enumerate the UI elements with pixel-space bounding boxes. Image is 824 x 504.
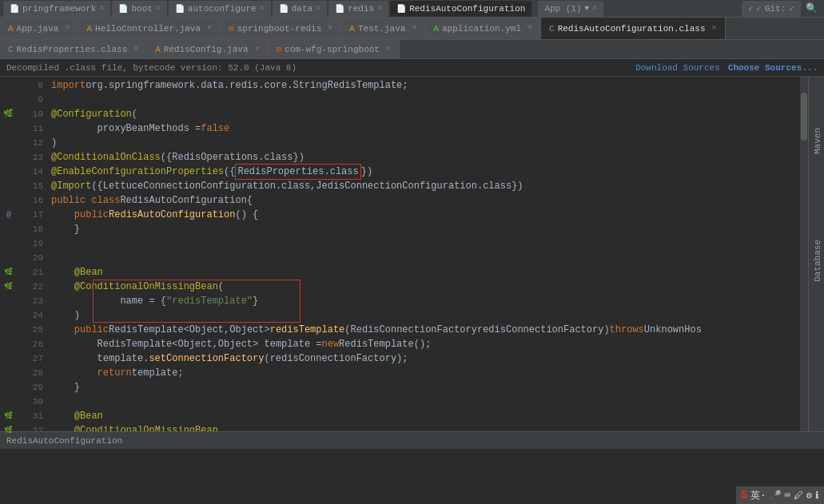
- code-line-25: public RedisTemplate<Object, Object> red…: [48, 323, 800, 337]
- gutter-icon-30: [0, 395, 16, 409]
- gutter-icon-16: [0, 193, 16, 208]
- ime-mic-icon[interactable]: 🎤: [770, 490, 782, 502]
- code-line-22: @ConditionalOnMissingBean(: [48, 280, 800, 294]
- top-file-tabs: 📄 pringframework × 📄 boot × 📄 autoconfig…: [0, 0, 824, 18]
- gutter-icon-27: [0, 351, 16, 366]
- code-line-8: import org.springframework.data.redis.co…: [48, 78, 800, 93]
- editor-area: 🌿 @ 🌿 🌿 🌿 🌿: [0, 77, 824, 431]
- gutter-icon-32: 🌿: [0, 423, 16, 438]
- editor-tab-testjava[interactable]: A Test.java ×: [341, 18, 425, 40]
- gutter-icon-19: [0, 236, 16, 251]
- right-side-panel: Maven Database: [808, 77, 824, 431]
- code-line-24: ): [48, 308, 800, 323]
- editor-tab-appjava[interactable]: A App.java ×: [0, 18, 78, 40]
- code-line-13: @ConditionalOnClass({RedisOperations.cla…: [48, 150, 800, 165]
- ime-toolbar: S 英· 🎤 ⌨ 🖊 ⚙ ℹ: [736, 486, 824, 504]
- tab-comwfg[interactable]: m com-wfg-springboot ×: [269, 40, 400, 59]
- ime-s-icon: S: [741, 489, 747, 502]
- search-icon[interactable]: 🔍: [806, 2, 818, 14]
- editor-tabs: A App.java × A HelloController.java × m …: [0, 18, 824, 40]
- database-panel-label[interactable]: Database: [811, 236, 824, 285]
- code-line-29: }: [48, 380, 800, 395]
- code-line-30: [48, 395, 800, 409]
- gutter-icon-15: [0, 179, 16, 193]
- choose-sources-link[interactable]: Choose Sources...: [728, 63, 818, 73]
- ime-info-icon[interactable]: ℹ: [815, 490, 819, 502]
- code-line-10: @Configuration(: [48, 107, 800, 121]
- gutter-icon-26: [0, 337, 16, 351]
- ime-keyboard-icon[interactable]: ⌨: [785, 490, 790, 502]
- status-bar: RedisAutoConfiguration: [0, 431, 824, 449]
- editor-tab-applicationyml[interactable]: A application.yml ×: [425, 18, 541, 40]
- code-line-18: }: [48, 222, 800, 236]
- tab-data[interactable]: 📄 data ×: [273, 1, 327, 17]
- gutter-icon-31: 🌿: [0, 409, 16, 423]
- info-bar: Decompiled .class file, bytecode version…: [0, 59, 824, 77]
- gutter-icon-11: [0, 121, 16, 136]
- gutter-icon-29: [0, 380, 16, 395]
- tab-redisproperties[interactable]: C RedisProperties.class ×: [0, 40, 147, 59]
- tab-pringframework[interactable]: 📄 pringframework ×: [3, 1, 110, 17]
- gutter-icon-20: [0, 251, 16, 265]
- gutter-icon-22: 🌿: [0, 280, 16, 294]
- gutter-icon-34: [0, 452, 16, 466]
- code-line-23: name = {"redisTemplate"}: [48, 294, 800, 308]
- gutter-icon-8: [0, 78, 16, 93]
- code-line-32: @ConditionalOnMissingBean: [48, 423, 800, 431]
- editor-tab-hellocontroller[interactable]: A HelloController.java ×: [78, 18, 221, 40]
- status-filename: RedisAutoConfiguration: [6, 436, 122, 446]
- code-line-19: [48, 236, 800, 251]
- code-line-17: public RedisAutoConfiguration() {: [48, 208, 800, 222]
- tab-redis-autoconfig[interactable]: 📄 RedisAutoConfiguration: [390, 1, 531, 17]
- gutter-icon-33: [0, 438, 16, 452]
- gutter-icon-35: [0, 466, 16, 481]
- gutter-icon-18: [0, 222, 16, 236]
- gutter-icon-9: [0, 93, 16, 107]
- decompiled-info: Decompiled .class file, bytecode version…: [6, 63, 297, 73]
- gutter-icon-17: @: [0, 208, 16, 222]
- gutter-icon-28: [0, 366, 16, 380]
- ime-settings-icon[interactable]: ⚙: [806, 490, 812, 502]
- code-line-27: template.setConnectionFactory(redisConne…: [48, 351, 800, 366]
- ime-input-icon[interactable]: 🖊: [794, 490, 803, 502]
- tab-redisconfig[interactable]: A RedisConfig.java ×: [147, 40, 268, 59]
- gutter-icon-12: [0, 136, 16, 150]
- line-numbers: 8 9 10 11 12 13 14 15 16 17 18 19 20 21 …: [16, 77, 48, 431]
- gutter-icon-36: [0, 481, 16, 495]
- code-line-16: public class RedisAutoConfiguration {: [48, 193, 800, 208]
- gutter-icon-13: [0, 150, 16, 165]
- editor-tab-springboot-redis[interactable]: m springboot-redis ×: [221, 18, 341, 40]
- tab-boot[interactable]: 📄 boot ×: [112, 1, 166, 17]
- code-line-14: @EnableConfigurationProperties({RedisPro…: [48, 165, 800, 179]
- tab-autoconfigure[interactable]: 📄 autoconfigure ×: [169, 1, 271, 17]
- second-tab-row: C RedisProperties.class × A RedisConfig.…: [0, 40, 824, 59]
- gutter-icon-25: [0, 323, 16, 337]
- code-line-12: ): [48, 136, 800, 150]
- gutter-icon-24: [0, 308, 16, 323]
- tab-redis[interactable]: 📄 redis ×: [328, 1, 388, 17]
- code-line-11: proxyBeanMethods = false: [48, 121, 800, 136]
- code-line-26: RedisTemplate<Object, Object> template =…: [48, 337, 800, 351]
- editor-tab-redisautoconfig[interactable]: C RedisAutoConfiguration.class ×: [541, 18, 725, 40]
- maven-panel-label[interactable]: Maven: [811, 125, 824, 157]
- code-line-21: @Bean: [48, 265, 800, 280]
- code-editor[interactable]: import org.springframework.data.redis.co…: [48, 77, 800, 431]
- tab-git[interactable]: ✓ ✓ Git: ✓: [742, 1, 801, 17]
- gutter-icon-23: [0, 294, 16, 308]
- code-line-20: [48, 251, 800, 265]
- code-line-9: [48, 93, 800, 107]
- code-line-28: return template;: [48, 366, 800, 380]
- tab-app[interactable]: App (1) ▼ ×: [538, 1, 603, 17]
- icon-gutter: 🌿 @ 🌿 🌿 🌿 🌿: [0, 77, 16, 431]
- ime-lang[interactable]: 英·: [750, 489, 766, 502]
- code-line-15: @Import({LettuceConnectionConfiguration.…: [48, 179, 800, 193]
- code-line-31: @Bean: [48, 409, 800, 423]
- gutter-icon-10: 🌿: [0, 107, 16, 121]
- gutter-icon-21: 🌿: [0, 265, 16, 280]
- download-sources-link[interactable]: Download Sources: [635, 63, 720, 73]
- gutter-icon-14: [0, 165, 16, 179]
- gutter-icon-37: [0, 495, 16, 504]
- vertical-scrollbar[interactable]: [800, 77, 808, 431]
